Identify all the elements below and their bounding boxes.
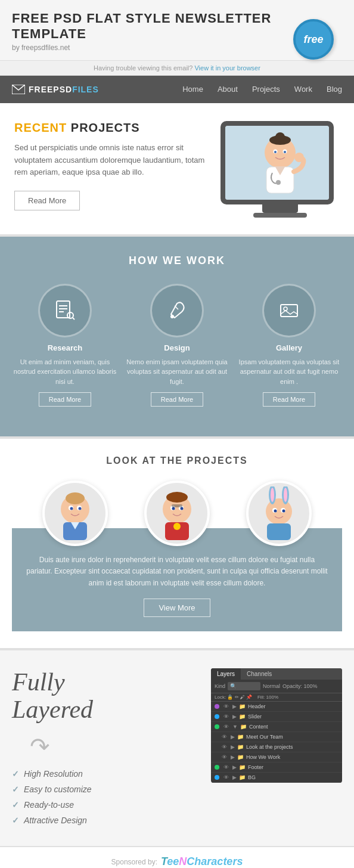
- kind-label: Kind: [215, 683, 225, 689]
- how-work-title: HOW WE WORK: [12, 255, 342, 267]
- layer-arrow-7: ▶: [232, 764, 237, 770]
- normal-label: Normal: [263, 683, 280, 689]
- free-badge: free: [293, 19, 334, 60]
- gallery-read-more[interactable]: Read More: [263, 392, 315, 407]
- nav-projects[interactable]: Projects: [252, 85, 280, 94]
- projects-description: Duis aute irure dolor in reprehenderit i…: [26, 554, 328, 589]
- layer-row-bg[interactable]: 👁 ▶ 📁 BG: [211, 773, 342, 783]
- feature-2: Easy to customize: [12, 782, 199, 797]
- layered-section: FullyLayered ↷ High Resolution Easy to c…: [0, 648, 354, 846]
- layer-arrow-3: ▼: [232, 724, 238, 730]
- avatar-circle-2: [144, 480, 210, 546]
- layers-tab-layers[interactable]: Layers: [211, 668, 241, 680]
- gallery-label: Gallery: [236, 343, 342, 352]
- layer-row-meet[interactable]: 👁 ▶ 📁 Meet Our Team: [211, 732, 342, 742]
- nav-logo: FREEPSDFILES: [12, 85, 182, 94]
- svg-point-22: [66, 492, 85, 504]
- folder-5: 📁: [237, 744, 244, 750]
- layers-panel: Layers Channels Kind Normal Opacity: 100…: [211, 668, 342, 783]
- top-banner: FREE PSD FLAT STYLE NEWSLETTER TEMPLATE …: [0, 0, 354, 61]
- design-label: Design: [124, 343, 230, 352]
- svg-point-40: [271, 488, 274, 502]
- gallery-icon: [278, 300, 300, 321]
- nav-links: Home About Projects Work Blog: [182, 85, 342, 94]
- layer-label-footer: Footer: [248, 764, 339, 770]
- monitor-stand: [262, 204, 298, 213]
- research-circle: [38, 284, 92, 337]
- layer-color-dot-7: [215, 765, 219, 770]
- layer-row-how[interactable]: 👁 ▶ 📁 How We Work: [211, 752, 342, 762]
- svg-point-6: [274, 151, 277, 153]
- layered-left: FullyLayered ↷ High Resolution Easy to c…: [12, 668, 199, 828]
- brand-tee: T: [161, 855, 167, 867]
- layer-eye-5: 👁: [222, 744, 227, 750]
- layer-eye-6: 👁: [222, 754, 227, 760]
- navigation: FREEPSDFILES Home About Projects Work Bl…: [0, 76, 354, 103]
- folder-1: 📁: [239, 703, 246, 709]
- hero-title-highlight: RECENT: [14, 121, 67, 134]
- feature-3: Ready-to-use: [12, 797, 199, 813]
- svg-point-37: [266, 498, 292, 525]
- design-icon: [166, 300, 188, 321]
- view-in-browser-link[interactable]: View it in your browser: [194, 64, 260, 72]
- hero-section: RECENT PROJECTS Sed ut perspiciatis unde…: [0, 103, 354, 237]
- research-label: Research: [12, 343, 118, 352]
- layer-row-look[interactable]: 👁 ▶ 📁 Look at the projects: [211, 742, 342, 752]
- hero-title-rest: PROJECTS: [67, 121, 139, 134]
- view-more-button[interactable]: View More: [144, 599, 210, 617]
- nav-blog[interactable]: Blog: [327, 85, 342, 94]
- layer-color-dot-3: [215, 724, 219, 729]
- svg-rect-34: [172, 504, 182, 507]
- banner-subtitle: by freepsdfiles.net: [12, 44, 342, 52]
- svg-point-29: [166, 492, 188, 503]
- layer-arrow-6: ▶: [231, 754, 235, 760]
- svg-point-41: [284, 488, 287, 502]
- layer-row-content[interactable]: 👁 ▼ 📁 Content: [211, 722, 342, 732]
- layers-tab-channels[interactable]: Channels: [241, 668, 278, 680]
- nav-home[interactable]: Home: [182, 85, 203, 94]
- design-desc: Nemo enim ipsam voluptatem quia voluptas…: [124, 357, 230, 387]
- layer-arrow-2: ▶: [232, 714, 237, 720]
- svg-rect-19: [281, 305, 297, 317]
- nav-logo-text: FREEPSDFILES: [29, 85, 99, 94]
- banner-title: FREE PSD FLAT STYLE NEWSLETTER TEMPLATE: [12, 11, 342, 42]
- layer-eye-1: 👁: [223, 703, 229, 709]
- footer: Sponsored by: TeeNCharacters: [0, 846, 354, 868]
- layer-color-dot: [215, 704, 219, 709]
- layers-search[interactable]: [228, 682, 260, 690]
- svg-point-9: [276, 180, 281, 185]
- layer-arrow-1: ▶: [232, 703, 237, 709]
- design-circle: [150, 284, 204, 337]
- svg-point-26: [78, 507, 81, 510]
- monitor-base: [253, 213, 307, 218]
- nav-work[interactable]: Work: [294, 85, 312, 94]
- layers-panel-area: Layers Channels Kind Normal Opacity: 100…: [211, 668, 342, 828]
- work-cards: Research Ut enim ad minim veniam, quis n…: [12, 284, 342, 407]
- layer-row-header[interactable]: 👁 ▶ 📁 Header: [211, 702, 342, 712]
- folder-4: 📁: [237, 734, 244, 740]
- svg-rect-46: [267, 523, 291, 540]
- email-bar: Having trouble viewing this email? View …: [0, 61, 354, 76]
- svg-point-25: [70, 507, 73, 510]
- work-card-gallery: Gallery Ipsam voluptatem quia voluptas s…: [236, 284, 342, 407]
- brand-n: N: [179, 855, 187, 867]
- layer-row-slider[interactable]: 👁 ▶ 📁 Slider: [211, 712, 342, 722]
- layer-label-slider: Slider: [248, 714, 339, 720]
- nav-about[interactable]: About: [218, 85, 238, 94]
- design-read-more[interactable]: Read More: [151, 392, 203, 407]
- hero-image: [221, 121, 340, 218]
- svg-point-18: [170, 315, 174, 318]
- research-read-more[interactable]: Read More: [39, 392, 91, 407]
- hero-read-more-button[interactable]: Read More: [14, 191, 80, 210]
- layer-row-footer[interactable]: 👁 ▶ 📁 Footer: [211, 762, 342, 773]
- envelope-icon: [12, 85, 25, 94]
- gallery-circle: [262, 284, 316, 337]
- projects-avatars-area: Duis aute irure dolor in reprehenderit i…: [12, 480, 342, 631]
- avatar-3: [246, 480, 312, 546]
- character-1-illustration: [48, 486, 102, 540]
- layered-title: FullyLayered: [12, 668, 199, 723]
- svg-line-16: [73, 318, 74, 320]
- layer-label-content: Content: [249, 724, 339, 730]
- svg-point-45: [282, 510, 285, 513]
- layers-toolbar: Kind Normal Opacity: 100%: [211, 680, 342, 693]
